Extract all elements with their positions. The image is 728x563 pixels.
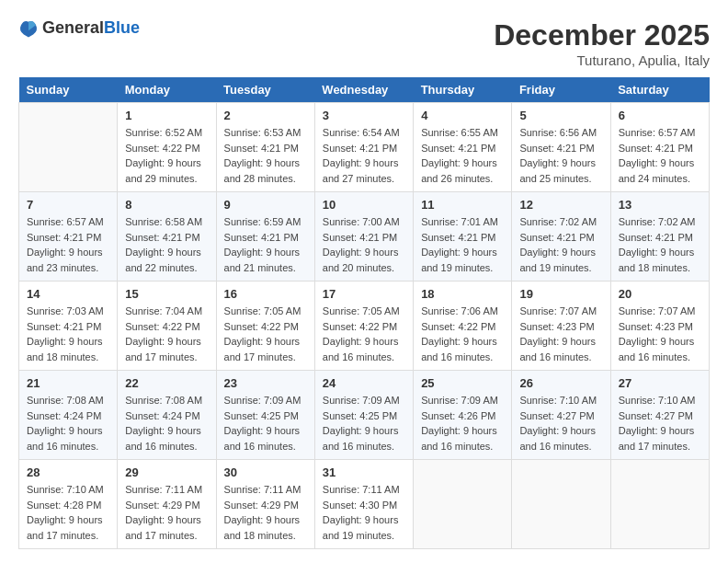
calendar-week-3: 14Sunrise: 7:03 AMSunset: 4:21 PMDayligh… [19,282,710,371]
day-number: 27 [619,376,701,390]
day-number: 30 [224,465,307,479]
calendar-day [610,460,709,549]
day-number: 21 [27,376,109,390]
day-number: 15 [125,287,208,301]
day-number: 23 [224,376,307,390]
calendar-day: 19Sunrise: 7:07 AMSunset: 4:23 PMDayligh… [512,282,610,371]
calendar-day: 4Sunrise: 6:55 AMSunset: 4:21 PMDaylight… [414,103,512,192]
header-monday: Monday [118,77,216,103]
day-number: 4 [421,109,504,122]
calendar-day [414,460,512,549]
calendar-day: 27Sunrise: 7:10 AMSunset: 4:27 PMDayligh… [610,371,709,460]
day-info: Sunrise: 7:03 AMSunset: 4:21 PMDaylight:… [27,304,109,364]
day-number: 2 [224,109,307,122]
day-number: 6 [619,109,701,122]
calendar-day: 21Sunrise: 7:08 AMSunset: 4:24 PMDayligh… [19,371,118,460]
calendar-day: 9Sunrise: 6:59 AMSunset: 4:21 PMDaylight… [216,192,314,282]
calendar-day: 6Sunrise: 6:57 AMSunset: 4:21 PMDaylight… [610,103,709,192]
day-info: Sunrise: 7:08 AMSunset: 4:24 PMDaylight:… [125,393,208,454]
location: Tuturano, Apulia, Italy [494,52,710,68]
day-number: 24 [323,376,405,390]
calendar-day: 23Sunrise: 7:09 AMSunset: 4:25 PMDayligh… [216,371,314,460]
day-number: 31 [323,465,405,479]
day-info: Sunrise: 6:57 AMSunset: 4:21 PMDaylight:… [619,125,701,186]
day-number: 7 [27,198,109,212]
calendar-week-2: 7Sunrise: 6:57 AMSunset: 4:21 PMDaylight… [19,192,710,282]
calendar-day: 8Sunrise: 6:58 AMSunset: 4:21 PMDaylight… [118,192,216,282]
calendar-day: 3Sunrise: 6:54 AMSunset: 4:21 PMDaylight… [314,103,413,192]
day-info: Sunrise: 7:05 AMSunset: 4:22 PMDaylight:… [224,304,307,364]
day-info: Sunrise: 6:56 AMSunset: 4:21 PMDaylight:… [519,125,602,186]
logo-text: GeneralBlue [42,19,140,38]
logo-general: General [42,18,104,37]
calendar-header-row: SundayMondayTuesdayWednesdayThursdayFrid… [19,77,710,103]
day-info: Sunrise: 7:10 AMSunset: 4:27 PMDaylight:… [519,393,602,454]
day-number: 3 [323,109,405,122]
day-info: Sunrise: 7:09 AMSunset: 4:25 PMDaylight:… [224,393,307,454]
day-info: Sunrise: 7:11 AMSunset: 4:29 PMDaylight:… [125,482,208,543]
day-number: 5 [519,109,602,122]
calendar-day: 31Sunrise: 7:11 AMSunset: 4:30 PMDayligh… [314,460,413,549]
header-friday: Friday [512,77,610,103]
day-number: 25 [421,376,504,390]
title-section: December 2025 Tuturano, Apulia, Italy [494,18,710,68]
calendar-day: 15Sunrise: 7:04 AMSunset: 4:22 PMDayligh… [118,282,216,371]
calendar-day: 11Sunrise: 7:01 AMSunset: 4:21 PMDayligh… [414,192,512,282]
day-info: Sunrise: 7:11 AMSunset: 4:30 PMDaylight:… [323,482,405,543]
calendar-day: 13Sunrise: 7:02 AMSunset: 4:21 PMDayligh… [610,192,709,282]
day-info: Sunrise: 6:59 AMSunset: 4:21 PMDaylight:… [224,214,307,275]
day-number: 28 [27,465,109,479]
calendar-day: 2Sunrise: 6:53 AMSunset: 4:21 PMDaylight… [216,103,314,192]
day-number: 14 [27,287,109,301]
day-info: Sunrise: 7:09 AMSunset: 4:26 PMDaylight:… [421,393,504,454]
day-number: 1 [125,109,208,122]
header-tuesday: Tuesday [216,77,314,103]
day-number: 10 [323,198,405,212]
day-info: Sunrise: 7:06 AMSunset: 4:22 PMDaylight:… [421,304,504,364]
calendar-day: 20Sunrise: 7:07 AMSunset: 4:23 PMDayligh… [610,282,709,371]
day-info: Sunrise: 7:05 AMSunset: 4:22 PMDaylight:… [323,304,405,364]
day-number: 12 [519,198,602,212]
day-info: Sunrise: 6:58 AMSunset: 4:21 PMDaylight:… [125,214,208,275]
calendar-week-4: 21Sunrise: 7:08 AMSunset: 4:24 PMDayligh… [19,371,710,460]
calendar-day [512,460,610,549]
calendar-day: 1Sunrise: 6:52 AMSunset: 4:22 PMDaylight… [118,103,216,192]
calendar-day: 16Sunrise: 7:05 AMSunset: 4:22 PMDayligh… [216,282,314,371]
day-number: 17 [323,287,405,301]
calendar-day: 24Sunrise: 7:09 AMSunset: 4:25 PMDayligh… [314,371,413,460]
calendar-day: 14Sunrise: 7:03 AMSunset: 4:21 PMDayligh… [19,282,118,371]
page-header: GeneralBlue December 2025 Tuturano, Apul… [18,18,710,68]
day-info: Sunrise: 6:53 AMSunset: 4:21 PMDaylight:… [224,125,307,186]
day-info: Sunrise: 7:02 AMSunset: 4:21 PMDaylight:… [619,214,701,275]
calendar-day: 28Sunrise: 7:10 AMSunset: 4:28 PMDayligh… [19,460,118,549]
day-number: 11 [421,198,504,212]
day-info: Sunrise: 6:55 AMSunset: 4:21 PMDaylight:… [421,125,504,186]
day-info: Sunrise: 7:11 AMSunset: 4:29 PMDaylight:… [224,482,307,543]
month-title: December 2025 [494,18,710,52]
day-number: 29 [125,465,208,479]
calendar-table: SundayMondayTuesdayWednesdayThursdayFrid… [18,77,710,549]
day-info: Sunrise: 7:10 AMSunset: 4:28 PMDaylight:… [27,482,109,543]
header-wednesday: Wednesday [314,77,413,103]
calendar-week-5: 28Sunrise: 7:10 AMSunset: 4:28 PMDayligh… [19,460,710,549]
day-number: 8 [125,198,208,212]
calendar-day: 17Sunrise: 7:05 AMSunset: 4:22 PMDayligh… [314,282,413,371]
day-number: 9 [224,198,307,212]
day-info: Sunrise: 7:08 AMSunset: 4:24 PMDaylight:… [27,393,109,454]
day-info: Sunrise: 7:04 AMSunset: 4:22 PMDaylight:… [125,304,208,364]
calendar-week-1: 1Sunrise: 6:52 AMSunset: 4:22 PMDaylight… [19,103,710,192]
day-number: 16 [224,287,307,301]
calendar-day: 5Sunrise: 6:56 AMSunset: 4:21 PMDaylight… [512,103,610,192]
day-number: 22 [125,376,208,390]
day-number: 13 [619,198,701,212]
day-number: 19 [519,287,602,301]
header-saturday: Saturday [610,77,709,103]
logo-icon [18,18,39,39]
header-sunday: Sunday [19,77,118,103]
day-info: Sunrise: 7:01 AMSunset: 4:21 PMDaylight:… [421,214,504,275]
logo: GeneralBlue [18,18,140,39]
header-thursday: Thursday [414,77,512,103]
calendar-day: 29Sunrise: 7:11 AMSunset: 4:29 PMDayligh… [118,460,216,549]
calendar-day [19,103,118,192]
calendar-day: 22Sunrise: 7:08 AMSunset: 4:24 PMDayligh… [118,371,216,460]
